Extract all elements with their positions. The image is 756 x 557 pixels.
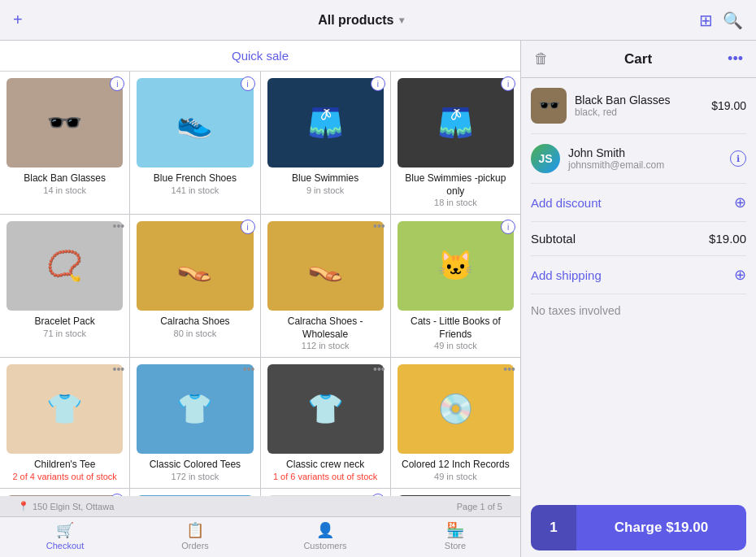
add-discount-icon: ⊕ (734, 194, 746, 211)
product-more-icon[interactable]: ••• (113, 363, 125, 376)
product-more-icon[interactable]: ••• (373, 220, 385, 233)
cart-item: 🕶️ Black Ban Glasses black, red $19.00 (531, 78, 746, 134)
barcode-icon[interactable]: ⊞ (699, 11, 713, 30)
product-image: 👟 (137, 78, 253, 168)
customers-nav-label: Customers (303, 541, 346, 550)
product-stock: 9 in stock (306, 185, 344, 195)
product-card[interactable]: i 📦 Copy of test of new product 10 in st… (261, 489, 390, 496)
product-stock: 141 in stock (172, 185, 219, 195)
product-info-icon[interactable]: i (110, 494, 124, 496)
product-info-icon[interactable]: i (371, 76, 385, 91)
bottom-nav-store[interactable]: 🏪 Store (390, 521, 520, 550)
product-image: 🩳 (398, 78, 514, 168)
product-card[interactable]: ••• 👕 Classic Colored Tees 172 in stock (130, 358, 259, 488)
product-stock: 1 of 6 variants out of stock (273, 472, 377, 481)
cart-trash-icon[interactable]: 🗑 (534, 50, 549, 67)
product-stock: 49 in stock (434, 472, 477, 481)
page-indicator: Page 1 of 5 (447, 498, 512, 515)
right-panel: 🗑 Cart ••• 🕶️ Black Ban Glasses black, r… (520, 41, 756, 557)
customer-avatar: JS (531, 144, 560, 173)
store-nav-label: Store (445, 541, 466, 550)
product-card[interactable]: i 👟 Blue French Shoes 141 in stock (130, 72, 259, 214)
product-name: Blue Swimmies -pickup only (398, 172, 514, 198)
checkout-nav-label: Checkout (46, 541, 84, 550)
main-content: Quick sale i 🕶️ Black Ban Glasses 14 in … (0, 41, 756, 557)
product-card[interactable]: i 🩳 Blue Swimmies -pickup only 18 in sto… (391, 72, 520, 214)
product-card[interactable]: i 🕶️ Black Ban Glasses 14 in stock (0, 72, 129, 214)
product-card[interactable]: i 🩳 Blue Swimmies 9 in stock (261, 72, 390, 214)
product-more-icon[interactable]: ••• (113, 220, 125, 233)
product-name: Calracha Shoes - Wholesale (267, 315, 384, 341)
product-image: 👡 (267, 221, 384, 311)
checkout-nav-icon: 🛒 (56, 521, 74, 539)
product-image: 🐱 (398, 221, 514, 311)
product-info-icon[interactable]: i (241, 76, 255, 91)
product-card[interactable]: ••• 👡 Calracha Shoes - Wholesale 112 in … (261, 215, 390, 357)
products-filter-label[interactable]: All products (318, 13, 393, 28)
quick-sale-bar[interactable]: Quick sale (0, 41, 520, 72)
product-info-icon[interactable]: i (371, 494, 385, 496)
cart-more-icon[interactable]: ••• (728, 50, 743, 67)
product-image: 🕶️ (7, 495, 123, 496)
product-stock: 18 in stock (434, 198, 477, 207)
product-card[interactable]: ••• 👕 Copia de Classic Colored Tees 175 … (130, 489, 259, 496)
dropdown-arrow-icon[interactable]: ▾ (399, 15, 404, 26)
add-shipping-row[interactable]: Add shipping ⊕ (531, 256, 746, 294)
charge-button[interactable]: 1 Charge $19.00 (531, 505, 746, 550)
product-image: 👕 (137, 495, 253, 496)
customer-details: John Smith johnsmith@email.com (568, 146, 722, 171)
nav-left: + (13, 11, 23, 29)
product-more-icon[interactable]: ••• (373, 363, 385, 376)
product-image: 👡 (137, 221, 253, 311)
subtotal-value: $19.00 (709, 232, 746, 246)
product-info-icon[interactable]: i (241, 220, 255, 234)
add-shipping-label: Add shipping (531, 268, 602, 282)
product-name: Black Ban Glasses (24, 172, 106, 185)
product-more-icon[interactable]: ••• (243, 363, 255, 376)
cart-item-price: $19.00 (711, 99, 746, 112)
product-name: Blue Swimmies (292, 172, 358, 185)
product-card[interactable]: i 👡 Calracha Shoes 80 in stock (130, 215, 259, 357)
product-card[interactable]: ••• 💿 Colored 12 Inch Records 49 in stoc… (391, 358, 520, 488)
bottom-nav-customers[interactable]: 👤 Customers (260, 521, 390, 550)
product-stock: 112 in stock (302, 341, 350, 350)
add-discount-row[interactable]: Add discount ⊕ (531, 184, 746, 222)
cart-title: Cart (624, 51, 652, 67)
cart-item-variant: black, red (575, 107, 703, 118)
product-stock: 2 of 4 variants out of stock (12, 472, 116, 481)
store-nav-icon: 🏪 (446, 521, 464, 539)
customer-name: John Smith (568, 146, 722, 159)
product-name: Classic Colored Tees (150, 459, 241, 472)
product-card[interactable]: ••• 👕 Children's Tee 2 of 4 variants out… (0, 358, 129, 488)
product-name: Colored 12 Inch Records (402, 459, 510, 472)
add-shipping-icon: ⊕ (734, 266, 746, 284)
customers-nav-icon: 👤 (316, 521, 334, 539)
product-stock: 49 in stock (434, 341, 477, 350)
product-name: Children's Tee (34, 459, 95, 472)
product-card[interactable]: ••• 📿 Bracelet Pack 71 in stock (0, 215, 129, 357)
cart-item-details: Black Ban Glasses black, red (575, 94, 703, 118)
customer-info-icon[interactable]: ℹ (730, 150, 746, 167)
product-name: Cats - Little Books of Friends (398, 315, 514, 341)
product-card[interactable]: ••• 👕 Classic crew neck 1 of 6 variants … (261, 358, 390, 488)
bottom-nav-checkout[interactable]: 🛒 Checkout (0, 521, 130, 550)
product-name: Blue French Shoes (154, 172, 237, 185)
product-info-icon[interactable]: i (501, 76, 515, 91)
product-more-icon[interactable]: ••• (503, 363, 515, 376)
product-card[interactable]: i 🐱 Cats - Little Books of Friends 49 in… (391, 215, 520, 357)
product-card[interactable]: 🕶️ CSV Import Test 16 in stock (391, 489, 520, 496)
add-discount-label: Add discount (531, 196, 602, 210)
cart-item-image: 🕶️ (531, 88, 567, 124)
product-more-icon[interactable]: ••• (243, 494, 255, 496)
charge-label: Charge $19.00 (576, 520, 746, 536)
product-stock: 71 in stock (43, 329, 86, 338)
customer-row: JS John Smith johnsmith@email.com ℹ (531, 134, 746, 184)
add-icon[interactable]: + (13, 11, 23, 29)
subtotal-label: Subtotal (531, 232, 576, 246)
product-image: 🕶️ (398, 495, 514, 496)
search-icon[interactable]: 🔍 (723, 11, 743, 30)
product-image: 👕 (137, 364, 253, 454)
product-card[interactable]: i 🕶️ Coolest shades 16 in stock (0, 489, 129, 496)
bottom-nav-orders[interactable]: 📋 Orders (130, 521, 260, 550)
cart-body: 🕶️ Black Ban Glasses black, red $19.00 J… (521, 78, 756, 498)
